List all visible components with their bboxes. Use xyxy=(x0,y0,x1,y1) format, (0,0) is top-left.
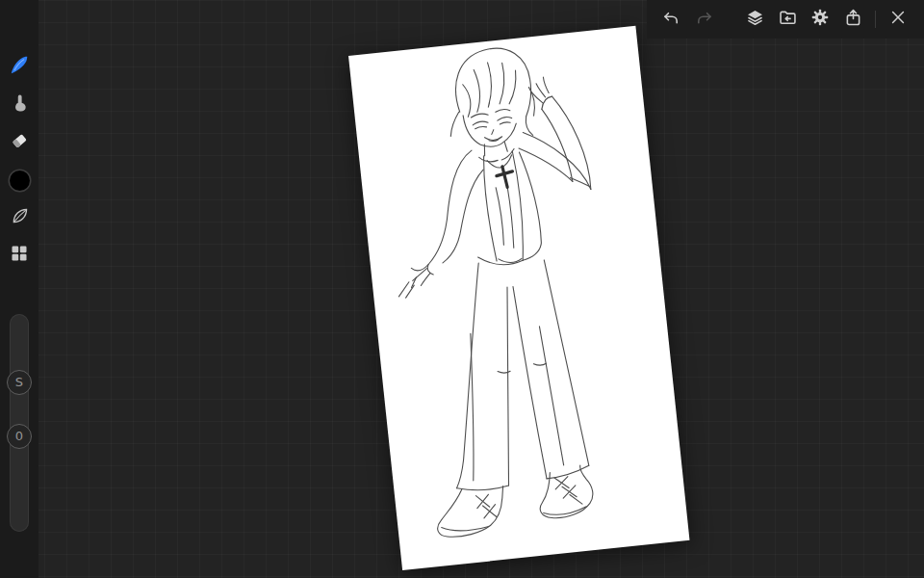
drawing-canvas[interactable] xyxy=(348,26,689,570)
layers-button[interactable] xyxy=(738,0,771,39)
redo-icon xyxy=(694,8,714,32)
opacity-shortcut-button[interactable]: 0 xyxy=(7,424,32,449)
import-button[interactable] xyxy=(771,0,804,39)
color-swatch[interactable] xyxy=(7,169,32,192)
layout-grid-tool[interactable] xyxy=(7,244,32,267)
settings-gear-icon xyxy=(810,8,830,31)
current-color-circle xyxy=(10,171,30,191)
grid-squares-icon xyxy=(10,244,29,267)
side-slider-track[interactable]: S 0 xyxy=(10,314,29,532)
settings-button[interactable] xyxy=(804,0,836,39)
import-folder-icon xyxy=(778,8,798,32)
smudge-tool[interactable] xyxy=(7,93,32,117)
top-toolbar xyxy=(647,0,924,39)
eraser-tool[interactable] xyxy=(7,131,32,154)
redo-button[interactable] xyxy=(687,0,720,39)
leaf-icon xyxy=(10,206,30,230)
paint-brush-tool[interactable] xyxy=(7,56,32,79)
undo-icon xyxy=(661,8,681,32)
layers-icon xyxy=(745,8,765,32)
brush-icon xyxy=(9,55,30,80)
toolbar-divider xyxy=(875,11,876,28)
share-button[interactable] xyxy=(836,0,869,39)
close-button[interactable] xyxy=(882,0,914,39)
tool-sidebar: S 0 xyxy=(0,0,38,578)
close-icon xyxy=(888,8,908,31)
selection-shortcut-button[interactable]: S xyxy=(7,370,32,395)
eraser-icon xyxy=(9,130,30,155)
share-icon xyxy=(843,8,863,32)
undo-button[interactable] xyxy=(654,0,687,39)
leaf-shape-tool[interactable] xyxy=(7,206,32,229)
smudge-finger-icon xyxy=(10,93,30,118)
character-sketch xyxy=(348,26,689,570)
